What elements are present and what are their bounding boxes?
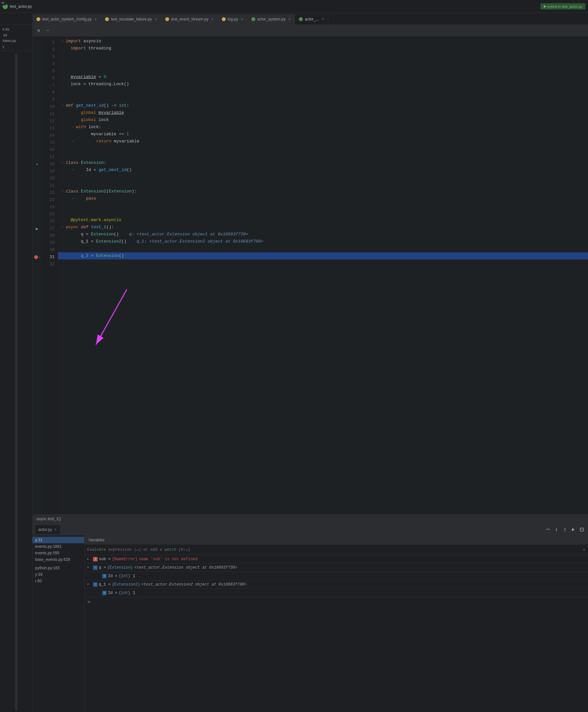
debug-panel: actor.py ✕ xyxy=(33,523,588,712)
line-num-26: 26 xyxy=(42,218,55,225)
tab-close-icon6[interactable]: ✕ xyxy=(322,17,324,21)
gutter-line-3 xyxy=(33,53,42,61)
tab-close-icon3[interactable]: ✕ xyxy=(211,18,214,21)
tab-icon-green2 xyxy=(299,17,303,21)
cls-extension-call-2: Extension xyxy=(96,252,119,259)
fn-test-1: test_1 xyxy=(91,224,106,231)
line-num-15: 15 xyxy=(42,139,55,146)
fold-15[interactable]: ▾ xyxy=(70,139,75,144)
eval-input[interactable] xyxy=(87,547,580,552)
run-button-label: pytest in test_actor.py xyxy=(548,4,582,8)
code-line-27: ▾ async def test_1 (): xyxy=(58,224,588,231)
stack-item-7[interactable]: y:39 xyxy=(33,571,84,578)
line-num-31: 31 xyxy=(42,254,55,261)
gutter-line-29 xyxy=(33,239,42,246)
var-expand-sub[interactable]: ▶ xyxy=(87,557,92,561)
title-bar-filename: test_actor.py xyxy=(10,4,32,9)
var-expand-q[interactable]: ▼ xyxy=(87,566,92,569)
toolbar-btn-1[interactable]: ⚙ xyxy=(35,27,42,34)
line-num-29: 29 xyxy=(42,239,55,246)
breakpoint-31[interactable] xyxy=(34,255,38,259)
tab-close-icon[interactable]: ✕ xyxy=(94,18,97,21)
play-arrow-27[interactable]: ▶ xyxy=(36,226,38,232)
tab-close-icon5[interactable]: ✕ xyxy=(288,18,291,21)
editor-area: ⚙ — xyxy=(33,25,588,712)
code-line-8 xyxy=(58,88,588,95)
tab-icon-green xyxy=(251,17,255,21)
stack-item-6[interactable]: python.py:183 xyxy=(33,565,84,571)
line-num-20: 20 xyxy=(42,175,55,182)
tab-close-icon4[interactable]: ✕ xyxy=(241,18,243,21)
sidebar-item-e-py[interactable]: e.py xyxy=(0,26,32,32)
kw-class-1: class xyxy=(66,159,78,167)
gutter-line-30 xyxy=(33,246,42,254)
sidebar-item-y[interactable]: y xyxy=(0,44,32,49)
var-name-q: q = xyxy=(99,565,106,570)
title-bar: test_actor.py ▶ pytest in test_actor.py xyxy=(0,0,588,13)
tab-test-event-stream[interactable]: test_event_stream.py ✕ xyxy=(161,14,218,24)
tab-test-escalate-failure[interactable]: test_escalate_failure.py ✕ xyxy=(101,14,161,24)
gutter-line-22 xyxy=(33,189,42,196)
add-watch-btn[interactable]: + xyxy=(583,547,585,553)
step-out-btn[interactable] xyxy=(561,526,568,533)
fold-18[interactable]: ▾ xyxy=(61,160,65,165)
fold-13[interactable]: ▾ xyxy=(70,125,75,129)
debug-tab-actor[interactable]: actor.py ✕ xyxy=(35,525,60,534)
step-over-btn[interactable] xyxy=(544,526,551,533)
cls-extension-parent: Extension xyxy=(109,188,132,195)
tab-label: test_actor_system_config.py xyxy=(42,17,92,21)
sidebar-item-token-py[interactable]: token.py xyxy=(0,38,32,44)
code-editor: ◆ ▶ ⊡ xyxy=(33,37,588,514)
run-to-cursor-btn[interactable] xyxy=(570,526,577,533)
stack-item-8[interactable]: r:80 xyxy=(33,578,84,584)
code-line-13: ▾ with lock: xyxy=(58,124,588,131)
var-name-sub: sub = xyxy=(99,557,110,561)
restore-btn[interactable] xyxy=(578,526,585,533)
fold-19[interactable]: ▾ xyxy=(70,168,75,172)
code-line-31: q_2 = Extension () xyxy=(58,252,588,259)
step-into-btn[interactable] xyxy=(553,526,560,533)
kw-def-2: def xyxy=(81,224,88,231)
cls-extension: Extension xyxy=(81,159,104,167)
sidebar-item-py[interactable]: .py xyxy=(0,32,32,38)
tab-actor-system[interactable]: actor_system.py ✕ xyxy=(248,14,295,24)
code-line-21 xyxy=(58,181,588,188)
run-button[interactable]: ▶ pytest in test_actor.py xyxy=(541,3,585,9)
gutter-line-31: ⊡ xyxy=(33,254,42,261)
gutter-line-28 xyxy=(33,232,42,239)
stack-item-3[interactable]: events.py:595 xyxy=(33,550,84,556)
kw-async: async xyxy=(66,224,78,231)
fold-23[interactable]: ▾ xyxy=(70,196,75,201)
line-num-3: 3 xyxy=(42,53,55,61)
fold-1[interactable]: ▾ xyxy=(61,39,65,44)
tab-icon-yellow4 xyxy=(222,17,226,21)
variables-header: Variables xyxy=(85,536,588,544)
code-line-20 xyxy=(58,174,588,181)
debug-tab-close[interactable]: ✕ xyxy=(54,528,57,531)
stack-item-4[interactable]: base_events.py:628 xyxy=(33,556,84,563)
fold-22[interactable]: ▾ xyxy=(61,189,65,194)
cls-extension2: Extension2 xyxy=(81,188,106,195)
sidebar-separator xyxy=(0,51,32,51)
code-line-12: global lock xyxy=(58,116,588,124)
code-line-16 xyxy=(58,145,588,152)
var-icon-q-id: ⊡ xyxy=(102,574,107,578)
tab-test-actor-system-config[interactable]: test_actor_system_config.py ✕ xyxy=(33,14,101,24)
tab-actor-active[interactable]: actor_... ✕ xyxy=(295,14,328,24)
stack-item-1[interactable]: y:31 xyxy=(33,537,84,543)
tab-bar: test_actor_system_config.py ✕ test_escal… xyxy=(0,13,588,25)
gutter-line-18: ◆ xyxy=(33,160,42,168)
code-line-19: ▾ Id = get_next_id () xyxy=(58,167,588,174)
tab-log[interactable]: log.py ✕ xyxy=(218,14,248,24)
code-line-23: ▾ pass xyxy=(58,195,588,202)
line-num-24: 24 xyxy=(42,203,55,211)
fold-27[interactable]: ▾ xyxy=(61,225,65,230)
fold-10[interactable]: ▾ xyxy=(61,103,65,108)
toolbar-btn-2[interactable]: — xyxy=(44,27,51,34)
fn-get-next-id: get_next_id xyxy=(76,102,104,109)
watch-icon-row[interactable]: 👁 xyxy=(85,597,588,607)
code-line-18: ▾ class Extension : xyxy=(58,159,588,167)
stack-item-2[interactable]: events.py:1881 xyxy=(33,543,84,550)
var-expand-q1[interactable]: ▼ xyxy=(87,583,92,586)
tab-close-icon2[interactable]: ✕ xyxy=(154,18,157,21)
